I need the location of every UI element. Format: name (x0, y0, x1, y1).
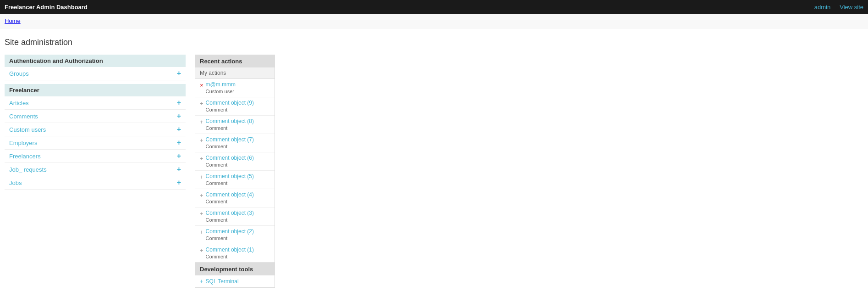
add-icon-1: + (200, 247, 203, 254)
custom-users-link[interactable]: Custom users (9, 126, 46, 133)
recent-actions-panel: Recent actions My actions × m@m.mmm Cust… (195, 55, 275, 288)
job-requests-add-icon[interactable]: + (177, 165, 181, 174)
sql-terminal-plus-icon: + (200, 278, 203, 285)
freelancer-section-header: Freelancer (5, 84, 186, 96)
comment-7-type: Comment (206, 144, 228, 149)
action-content-4: Comment object (4) Comment (206, 191, 254, 205)
freelancer-section: Freelancer Articles + Comments + Custom … (5, 84, 186, 190)
comment-4-link[interactable]: Comment object (4) (206, 191, 254, 198)
left-column: Authentication and Authorization Groups … (5, 55, 186, 190)
breadcrumb: Home (0, 14, 868, 28)
action-content-3: Comment object (3) Comment (206, 210, 254, 223)
add-icon-4: + (200, 192, 203, 199)
comment-6-type: Comment (206, 162, 228, 168)
comment-3-link[interactable]: Comment object (3) (206, 210, 254, 216)
main-content: Site administration Authentication and A… (0, 28, 868, 297)
action-item-comment-8: + Comment object (8) Comment (195, 116, 275, 134)
dev-tools-sql-terminal: + SQL Terminal (195, 275, 275, 287)
groups-link[interactable]: Groups (9, 70, 29, 77)
model-row-groups: Groups + (5, 67, 186, 80)
auth-section: Authentication and Authorization Groups … (5, 55, 186, 80)
model-row-jobs: Jobs + (5, 176, 186, 190)
admin-link[interactable]: admin (814, 4, 830, 11)
dev-tools-header: Development tools (195, 263, 275, 275)
action-type-custom-user: Custom user (206, 89, 234, 94)
action-content-7: Comment object (7) Comment (206, 136, 254, 150)
model-row-job-requests: Job_ requests + (5, 163, 186, 176)
model-row-freelancers: Freelancers + (5, 150, 186, 163)
job-requests-link[interactable]: Job_ requests (9, 166, 47, 173)
auth-section-header: Authentication and Authorization (5, 55, 186, 67)
comment-2-link[interactable]: Comment object (2) (206, 228, 254, 235)
action-content-5: Comment object (5) Comment (206, 173, 254, 186)
action-content-8: Comment object (8) Comment (206, 118, 254, 131)
delete-icon: × (200, 82, 203, 89)
action-item-comment-2: + Comment object (2) Comment (195, 226, 275, 244)
comment-9-link[interactable]: Comment object (9) (206, 100, 254, 106)
action-item-comment-3: + Comment object (3) Comment (195, 207, 275, 226)
action-item-comment-7: + Comment object (7) Comment (195, 134, 275, 152)
action-item-delete: × m@m.mmm Custom user (195, 79, 275, 97)
comment-1-type: Comment (206, 254, 228, 259)
comment-8-link[interactable]: Comment object (8) (206, 118, 254, 124)
add-icon-9: + (200, 100, 203, 107)
action-item-comment-9: + Comment object (9) Comment (195, 97, 275, 116)
comment-4-type: Comment (206, 199, 228, 204)
view-site-link[interactable]: View site (840, 4, 863, 11)
model-row-employers: Employers + (5, 136, 186, 150)
comment-7-link[interactable]: Comment object (7) (206, 136, 254, 143)
articles-link[interactable]: Articles (9, 100, 29, 106)
comment-9-type: Comment (206, 107, 228, 112)
add-icon-2: + (200, 229, 203, 235)
comment-8-type: Comment (206, 125, 228, 131)
sql-terminal-link[interactable]: SQL Terminal (206, 278, 239, 285)
breadcrumb-home[interactable]: Home (5, 17, 21, 24)
my-actions-subheader: My actions (195, 67, 275, 79)
action-content-9: Comment object (9) Comment (206, 100, 254, 113)
jobs-add-icon[interactable]: + (177, 179, 181, 187)
header-right: admin View site (814, 4, 863, 11)
jobs-link[interactable]: Jobs (9, 179, 22, 186)
comment-3-type: Comment (206, 217, 228, 223)
comments-add-icon[interactable]: + (177, 112, 181, 120)
add-icon-3: + (200, 210, 203, 217)
action-item-comment-5: + Comment object (5) Comment (195, 171, 275, 189)
right-column: Recent actions My actions × m@m.mmm Cust… (195, 55, 275, 292)
action-content-6: Comment object (6) Comment (206, 155, 254, 168)
model-row-custom-users: Custom users + (5, 123, 186, 136)
add-icon-6: + (200, 155, 203, 162)
articles-add-icon[interactable]: + (177, 99, 181, 107)
action-content-1: Comment object (1) Comment (206, 246, 254, 260)
comment-5-type: Comment (206, 180, 228, 186)
model-row-comments: Comments + (5, 110, 186, 123)
employers-link[interactable]: Employers (9, 140, 37, 146)
action-item-comment-1: + Comment object (1) Comment (195, 244, 275, 263)
main-layout: Authentication and Authorization Groups … (5, 55, 863, 292)
model-row-articles: Articles + (5, 96, 186, 110)
employers-add-icon[interactable]: + (177, 139, 181, 147)
recent-actions-header: Recent actions (195, 55, 275, 67)
freelancers-link[interactable]: Freelancers (9, 153, 41, 160)
add-icon-7: + (200, 137, 203, 144)
groups-add-icon[interactable]: + (177, 69, 181, 78)
top-navbar: Freelancer Admin Dashboard admin View si… (0, 0, 868, 14)
comment-5-link[interactable]: Comment object (5) (206, 173, 254, 179)
comment-6-link[interactable]: Comment object (6) (206, 155, 254, 161)
action-link-custom-user[interactable]: m@m.mmm (206, 81, 236, 88)
comment-2-type: Comment (206, 235, 228, 241)
site-title: Freelancer Admin Dashboard (5, 4, 88, 11)
action-item-comment-4: + Comment object (4) Comment (195, 189, 275, 207)
action-content: m@m.mmm Custom user (206, 81, 236, 95)
add-icon-8: + (200, 118, 203, 125)
page-title: Site administration (5, 38, 863, 47)
action-content-2: Comment object (2) Comment (206, 228, 254, 241)
custom-users-add-icon[interactable]: + (177, 125, 181, 134)
comment-1-link[interactable]: Comment object (1) (206, 246, 254, 253)
freelancers-add-icon[interactable]: + (177, 152, 181, 160)
action-item-comment-6: + Comment object (6) Comment (195, 152, 275, 171)
add-icon-5: + (200, 174, 203, 180)
comments-link[interactable]: Comments (9, 113, 38, 120)
